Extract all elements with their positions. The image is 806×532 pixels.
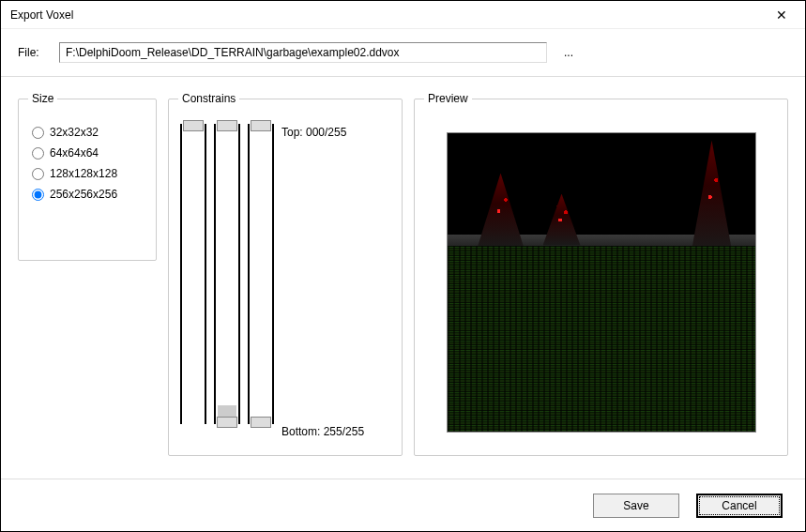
close-icon[interactable]: ✕ <box>768 8 796 23</box>
terrain-peak <box>692 141 733 253</box>
size-option-256[interactable]: 256x256x256 <box>32 188 143 201</box>
size-option-32[interactable]: 32x32x32 <box>32 126 143 139</box>
save-button[interactable]: Save <box>593 494 679 518</box>
preview-group: Preview <box>414 92 788 456</box>
file-path-input[interactable] <box>59 42 547 63</box>
preview-viewport <box>447 132 756 433</box>
constrain-bottom-label: Bottom: 255/255 <box>281 425 364 438</box>
preview-legend: Preview <box>424 92 472 105</box>
constrain-slider-3[interactable] <box>248 124 274 424</box>
main-panel: Size 32x32x32 64x64x64 128x128x128 256x2… <box>1 77 805 479</box>
size-radio-128[interactable] <box>32 168 44 180</box>
size-label-128: 128x128x128 <box>50 167 117 180</box>
terrain-peak <box>478 174 525 249</box>
footer: Save Cancel <box>1 479 805 531</box>
size-label-32: 32x32x32 <box>50 126 99 139</box>
size-radio-64[interactable] <box>32 147 44 160</box>
terrain-peak <box>543 194 581 246</box>
constrain-labels: Top: 000/255 Bottom: 255/255 <box>281 124 364 440</box>
size-option-128[interactable]: 128x128x128 <box>32 167 143 180</box>
size-option-64[interactable]: 64x64x64 <box>32 146 143 160</box>
constrain-slider-1[interactable] <box>180 124 206 424</box>
window-title: Export Voxel <box>10 8 768 22</box>
constrains-sliders: Top: 000/255 Bottom: 255/255 <box>178 118 366 446</box>
cancel-button[interactable]: Cancel <box>696 494 783 518</box>
browse-button[interactable]: ... <box>560 46 577 59</box>
size-radio-32[interactable] <box>32 127 44 139</box>
constrains-legend: Constrains <box>178 92 239 105</box>
size-label-256: 256x256x256 <box>50 188 117 201</box>
constrains-group: Constrains Top: 000/255 Bottom: 255/255 <box>168 92 403 456</box>
file-label: File: <box>18 46 46 59</box>
size-radio-256[interactable] <box>32 189 44 201</box>
constrain-slider-2[interactable] <box>214 124 240 424</box>
size-legend: Size <box>28 92 57 105</box>
constrain-top-label: Top: 000/255 <box>281 126 364 139</box>
size-label-64: 64x64x64 <box>50 146 99 160</box>
size-group: Size 32x32x32 64x64x64 128x128x128 256x2… <box>18 92 157 261</box>
titlebar: Export Voxel ✕ <box>1 1 805 29</box>
file-row: File: ... <box>1 29 805 77</box>
terrain-ground <box>448 246 755 432</box>
